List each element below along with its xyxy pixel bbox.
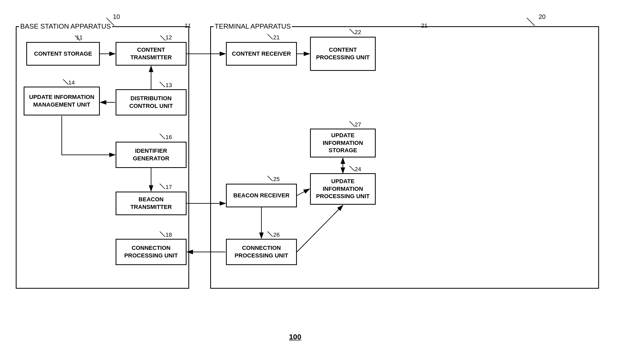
base-ref-11: 11 (185, 22, 191, 29)
update-info-mgmt-box: UPDATE INFORMATION MANAGEMENT UNIT (24, 87, 100, 115)
ref-26-label: 26 (273, 231, 280, 238)
connection-processing-term-box: CONNECTION PROCESSING UNIT (226, 239, 297, 265)
update-info-storage-box: UPDATE INFORMATION STORAGE (310, 129, 376, 157)
ref-24-label: 24 (355, 166, 361, 173)
base-station-label: BASE STATION APPARATUS (19, 22, 112, 30)
svg-line-17 (527, 18, 535, 26)
beacon-transmitter-box: BEACON TRANSMITTER (116, 192, 187, 215)
ref-22-label: 22 (355, 29, 361, 36)
content-storage-box: CONTENT STORAGE (26, 42, 100, 66)
ref-10: 10 (113, 13, 120, 20)
ref-27-label: 27 (355, 121, 361, 128)
ref-14-label: 14 (68, 79, 75, 86)
figure-number: 100 (289, 333, 301, 341)
content-receiver-box: CONTENT RECEIVER (226, 42, 297, 66)
ref-11-label: 11 (76, 34, 82, 41)
terminal-ref-21: 21 (421, 22, 427, 29)
ref-25-label: 25 (273, 176, 280, 183)
ref-21-label: 21 (273, 34, 280, 41)
distribution-control-box: DISTRIBUTION CONTROL UNIT (116, 89, 187, 115)
ref-17-label: 17 (166, 184, 172, 191)
ref-20: 20 (539, 13, 546, 20)
terminal-label: TERMINAL APPARATUS (214, 22, 292, 30)
connection-processing-base-box: CONNECTION PROCESSING UNIT (116, 239, 187, 265)
ref-13-label: 13 (166, 82, 172, 89)
beacon-receiver-box: BEACON RECEIVER (226, 184, 297, 207)
update-info-processing-box: UPDATE INFORMATION PROCESSING UNIT (310, 173, 376, 205)
ref-16-label: 16 (166, 134, 172, 141)
identifier-generator-box: IDENTIFIER GENERATOR (116, 142, 187, 168)
content-processing-box: CONTENT PROCESSING UNIT (310, 37, 376, 71)
diagram: 10 20 BASE STATION APPARATUS 11 TERMINAL… (11, 10, 608, 346)
ref-18-label: 18 (166, 231, 172, 238)
content-transmitter-box: CONTENT TRANSMITTER (116, 42, 187, 66)
ref-12-label: 12 (166, 34, 172, 41)
